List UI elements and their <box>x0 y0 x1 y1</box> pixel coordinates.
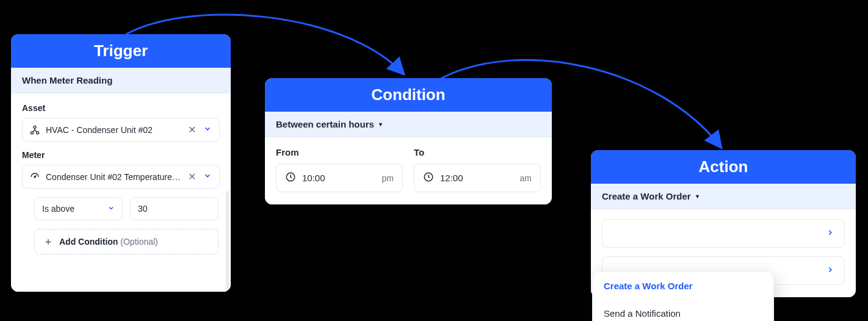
to-label: To <box>414 147 541 157</box>
chevron-down-icon[interactable] <box>203 124 212 135</box>
chevron-down-icon <box>107 204 115 214</box>
svg-point-3 <box>34 176 35 178</box>
from-label: From <box>276 147 403 157</box>
action-options-popover: Create a Work Order Send a Notification … <box>592 272 774 321</box>
caret-down-icon: ▾ <box>379 121 382 128</box>
trigger-subheader-text: When Meter Reading <box>22 75 112 85</box>
asset-value: HVAC - Condenser Unit #02 <box>46 125 182 135</box>
threshold-value: 30 <box>138 204 148 214</box>
action-row[interactable] <box>602 219 845 248</box>
chevron-right-icon <box>826 265 834 276</box>
svg-point-0 <box>34 126 36 128</box>
from-ampm: pm <box>382 173 394 183</box>
scrollbar[interactable] <box>226 191 229 292</box>
caret-down-icon: ▾ <box>696 193 699 200</box>
action-subheader[interactable]: Create a Work Order ▾ <box>591 184 856 209</box>
action-title: Action <box>591 150 856 184</box>
operator-select[interactable]: Is above <box>34 197 123 220</box>
gauge-icon <box>30 172 40 182</box>
action-option[interactable]: Create a Work Order <box>593 272 773 300</box>
operator-value: Is above <box>42 204 74 214</box>
threshold-input[interactable]: 30 <box>130 197 219 220</box>
add-condition-text: Add Condition <box>59 237 118 247</box>
condition-subheader[interactable]: Between certain hours ▾ <box>265 112 552 137</box>
chevron-right-icon <box>826 228 834 239</box>
clock-icon <box>423 171 434 184</box>
meter-select[interactable]: Condenser Unit #02 Temperature S… ✕ <box>22 165 220 189</box>
action-option[interactable]: Send a Notification <box>593 300 773 321</box>
hierarchy-icon <box>30 125 40 135</box>
action-card: Action Create a Work Order ▾ Create a Wo… <box>591 150 856 297</box>
to-ampm: am <box>520 173 532 183</box>
meter-label: Meter <box>22 150 220 160</box>
chevron-down-icon[interactable] <box>203 171 212 182</box>
condition-subheader-text: Between certain hours <box>276 119 374 129</box>
add-condition-optional: (Optional) <box>120 237 157 247</box>
from-time-input[interactable]: 10:00 pm <box>276 164 403 192</box>
plus-icon: ＋ <box>43 237 53 247</box>
trigger-title: Trigger <box>11 34 231 68</box>
action-subheader-text: Create a Work Order <box>602 191 691 201</box>
clock-icon <box>285 171 296 184</box>
clear-asset-icon[interactable]: ✕ <box>188 125 196 135</box>
add-condition-button[interactable]: ＋ Add Condition (Optional) <box>34 229 219 254</box>
meter-value: Condenser Unit #02 Temperature S… <box>46 172 182 182</box>
from-value: 10:00 <box>302 173 376 183</box>
to-time-input[interactable]: 12:00 am <box>414 164 541 192</box>
condition-title: Condition <box>265 78 552 112</box>
condition-card: Condition Between certain hours ▾ From 1… <box>265 78 552 204</box>
trigger-card: Trigger When Meter Reading Asset HVAC - … <box>11 34 231 292</box>
asset-select[interactable]: HVAC - Condenser Unit #02 ✕ <box>22 118 220 142</box>
to-value: 12:00 <box>440 173 514 183</box>
clear-meter-icon[interactable]: ✕ <box>188 172 196 182</box>
trigger-subheader: When Meter Reading <box>11 68 231 93</box>
asset-label: Asset <box>22 103 220 113</box>
